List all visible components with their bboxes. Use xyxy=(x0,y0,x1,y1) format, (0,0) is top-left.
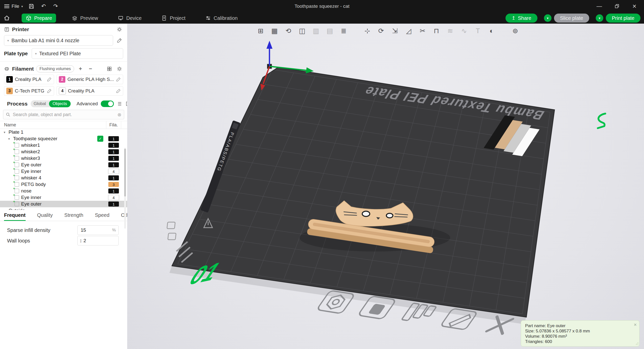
printer-edit-button[interactable] xyxy=(116,37,123,44)
paste-icon[interactable]: ▤ xyxy=(325,26,335,36)
printer-settings-button[interactable] xyxy=(116,26,123,33)
variable-layer-height-icon[interactable]: ≣ xyxy=(338,26,349,36)
split-icon[interactable]: ◫ xyxy=(297,26,307,36)
share-button[interactable]: ↥ Share xyxy=(505,14,537,23)
fila-badge[interactable]: 1 xyxy=(108,202,119,207)
minimize-button[interactable]: — xyxy=(596,3,603,10)
fila-badge[interactable]: 1 xyxy=(108,143,119,148)
f ila-badge[interactable]: 4 xyxy=(108,169,119,174)
lay-flat-icon[interactable]: ◿ xyxy=(403,26,414,36)
add-plate-icon[interactable]: ▦ xyxy=(269,26,280,36)
add-icon[interactable]: ⊞ xyxy=(255,26,266,36)
fila-badge[interactable]: 3 xyxy=(108,182,119,187)
fila-badge[interactable]: 1 xyxy=(108,149,119,154)
home-button[interactable] xyxy=(4,15,10,21)
slice-dropdown-button[interactable]: ▾ xyxy=(544,14,551,22)
tab-device[interactable]: Device xyxy=(114,14,146,23)
remove-filament-button[interactable]: − xyxy=(87,65,94,73)
advanced-toggle[interactable] xyxy=(101,101,114,107)
copy-icon[interactable]: ▥ xyxy=(311,26,321,36)
tree-row-part-selected[interactable]: Eye outer 1 xyxy=(0,201,127,207)
process-list-button[interactable] xyxy=(117,100,122,108)
fila-badge[interactable]: 1 xyxy=(108,188,119,193)
tree-row-part[interactable]: whisker3 1 xyxy=(0,155,127,162)
tab-project[interactable]: Project xyxy=(157,14,189,23)
filament-settings-button[interactable] xyxy=(116,65,123,73)
fila-badge[interactable]: 1 xyxy=(108,136,119,141)
printer-select[interactable]: ▾ Bambu Lab A1 mini 0.4 nozzle xyxy=(4,35,113,46)
tree-row-part[interactable]: Eye inner 4 xyxy=(0,194,127,201)
tree-row-part[interactable]: whisker2 1 xyxy=(0,148,127,155)
flushing-volumes-button[interactable]: Flushing volumes xyxy=(36,65,74,72)
edit-icon[interactable] xyxy=(116,88,121,93)
maximize-button[interactable] xyxy=(613,3,620,10)
chevron-right-icon[interactable]: ▸ xyxy=(3,209,7,210)
viewport[interactable]: PLA/ABS/PETG Bambu Textured PEI Plate xyxy=(127,24,644,349)
wall-loops-input[interactable] xyxy=(83,238,116,244)
move-icon[interactable]: ⊹ xyxy=(362,26,373,36)
close-icon[interactable]: × xyxy=(634,322,637,327)
stepper-arrows[interactable]: ▴▾ xyxy=(80,238,81,243)
auto-orient-icon[interactable]: ⟲ xyxy=(283,26,294,36)
search-input[interactable] xyxy=(12,112,115,118)
filament-slot-4[interactable]: 4 Creality PLA xyxy=(57,86,123,96)
support-paint-icon[interactable]: ≋ xyxy=(445,26,455,36)
assembly-view-icon[interactable]: ⊚ xyxy=(510,26,521,36)
tree-row-object[interactable]: ▾Toothpaste squeezer ✓ 1 xyxy=(0,135,127,142)
filament-slot-1[interactable]: 1 Creality PLA xyxy=(4,75,54,84)
scope-objects[interactable]: Objects xyxy=(49,100,71,107)
edit-icon[interactable] xyxy=(47,88,52,93)
print-dropdown-button[interactable]: ▾ xyxy=(596,14,603,22)
color-paint-icon[interactable]: ◐ xyxy=(486,26,497,36)
chevron-down-icon[interactable]: ▾ xyxy=(7,137,11,141)
filament-slot-3[interactable]: 3 C-Tech PETG xyxy=(4,86,54,96)
tab-calibration[interactable]: Calibration xyxy=(201,14,242,23)
tree-row-part[interactable]: Eye outer 1 xyxy=(0,162,127,168)
viewport-3d-scene[interactable]: PLA/ABS/PETG Bambu Textured PEI Plate xyxy=(127,24,644,349)
resize-grip-icon[interactable]: ◿ xyxy=(636,340,638,346)
fila-badge[interactable]: 4 xyxy=(108,195,119,200)
clear-search-icon[interactable]: ⊗ xyxy=(117,112,121,118)
cat-eye-right[interactable] xyxy=(386,213,393,218)
edit-icon[interactable] xyxy=(116,77,121,82)
fila-badge[interactable]: 1 xyxy=(108,175,119,180)
fila-badge[interactable]: 1 xyxy=(108,162,119,167)
tab-frequent[interactable]: Frequent xyxy=(4,210,26,221)
plate-type-select[interactable]: ▾ Textured PEI Plate xyxy=(32,48,123,59)
save-project-button[interactable] xyxy=(28,3,35,10)
add-filament-button[interactable]: + xyxy=(77,65,84,73)
tree-row-plate1[interactable]: ▾Plate 1 xyxy=(0,129,127,135)
close-button[interactable]: × xyxy=(631,3,638,10)
tree-scrollbar[interactable] xyxy=(124,148,126,229)
tree-row-part[interactable]: nose 1 xyxy=(0,188,127,194)
edit-icon[interactable] xyxy=(47,77,52,82)
cat-eye-left[interactable] xyxy=(362,211,370,217)
tab-strength[interactable]: Strength xyxy=(64,210,83,221)
fila-badge[interactable]: 1 xyxy=(108,156,119,161)
scope-global[interactable]: Global xyxy=(31,100,49,107)
scale-icon[interactable]: ⇲ xyxy=(390,26,400,36)
tree-row-part[interactable]: whisker1 1 xyxy=(0,142,127,148)
tab-preview[interactable]: Preview xyxy=(68,14,102,23)
filament-slot-2[interactable]: 2 Generic PLA High S... xyxy=(57,75,123,84)
scrollbar-thumb[interactable] xyxy=(124,149,126,196)
seam-paint-icon[interactable]: ∿ xyxy=(459,26,469,36)
chevron-down-icon[interactable]: ▾ xyxy=(3,130,7,134)
cut-icon[interactable]: ✂ xyxy=(417,26,428,36)
object-checkbox[interactable]: ✓ xyxy=(97,136,103,142)
undo-button[interactable]: ↶ xyxy=(40,3,47,10)
tab-prepare[interactable]: Prepare xyxy=(22,14,56,23)
rotate-icon[interactable]: ⟳ xyxy=(376,26,386,36)
filament-sync-button[interactable] xyxy=(106,65,113,73)
redo-button[interactable]: ↷ xyxy=(52,3,59,10)
text-tool-icon[interactable]: T xyxy=(473,26,483,36)
sparse-infill-input[interactable] xyxy=(80,227,111,233)
mesh-boolean-icon[interactable]: ⊓ xyxy=(431,26,442,36)
tree-row-part[interactable]: whisker 4 1 xyxy=(0,175,127,181)
slice-plate-button[interactable]: Slice plate xyxy=(554,14,589,23)
print-plate-button[interactable]: Print plate xyxy=(606,14,640,23)
tree-row-part[interactable]: Eye inner 4 xyxy=(0,168,127,175)
tree-row-outside[interactable]: ▸Outside xyxy=(0,207,127,210)
tree-row-part[interactable]: PETG body 3 xyxy=(0,181,127,188)
file-menu-button[interactable]: File ▾ xyxy=(4,4,23,9)
